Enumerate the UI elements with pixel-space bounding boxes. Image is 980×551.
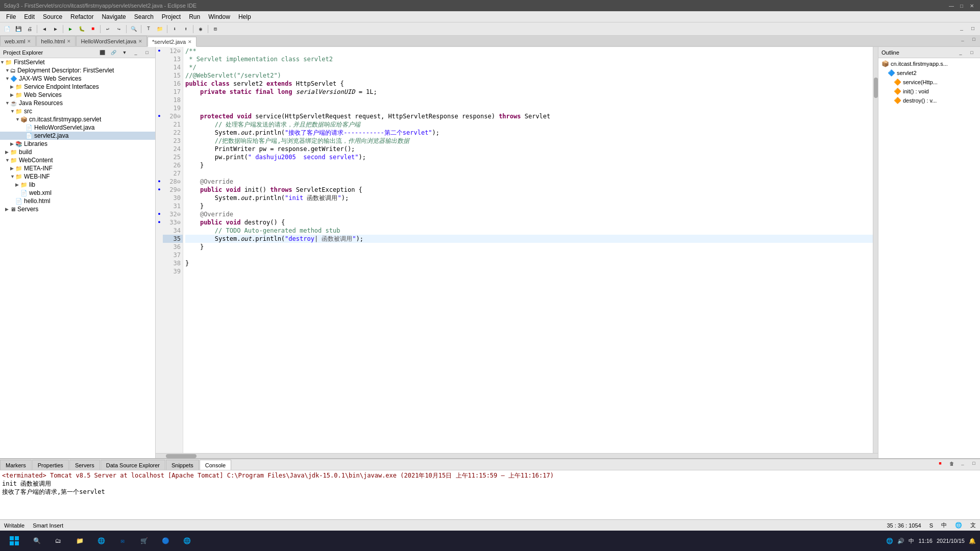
stop-button[interactable]: ■ — [88, 24, 98, 34]
maximize-explorer-button[interactable]: □ — [142, 47, 152, 58]
taskbar-explorer[interactable]: 📁 — [69, 531, 90, 551]
next-annotation-button[interactable]: ⬇ — [169, 24, 180, 34]
tree-webxml[interactable]: 📄 web.xml — [0, 189, 155, 197]
run-button[interactable]: ▶ — [65, 24, 76, 34]
undo-button[interactable]: ↩ — [103, 24, 113, 34]
console-clear-button[interactable]: 🗑 — [946, 459, 957, 469]
tab-hellowordservlet[interactable]: HelloWordServlet.java ✕ — [76, 36, 147, 46]
outline-service-method[interactable]: 🔶 service(Http... — [879, 78, 979, 87]
tab-properties[interactable]: Properties — [32, 460, 69, 470]
search-icon[interactable]: 🔍 — [129, 24, 139, 34]
tree-build[interactable]: ▶ 📁 build — [0, 148, 155, 156]
back-button[interactable]: ◀ — [39, 24, 50, 34]
open-resource-button[interactable]: 📁 — [155, 24, 165, 34]
taskbar-chrome[interactable]: 🌐 — [177, 531, 197, 551]
maximize-view-button[interactable]: □ — [968, 24, 978, 34]
minimize-explorer-button[interactable]: _ — [131, 47, 141, 58]
tree-sei[interactable]: ▶ 📁 Service Endpoint Interfaces — [0, 83, 155, 91]
taskbar-browser-edge[interactable]: 🌐 — [91, 531, 111, 551]
menu-help[interactable]: Help — [234, 12, 255, 21]
view-menu-button[interactable]: ▼ — [119, 47, 130, 58]
menu-file[interactable]: File — [2, 12, 20, 21]
menu-edit[interactable]: Edit — [20, 12, 39, 21]
expand-firstservlet-arrow[interactable]: ▼ — [0, 60, 5, 65]
tree-webcontent[interactable]: ▼ 📁 WebContent — [0, 156, 155, 164]
tab-minimize-button[interactable]: _ — [958, 35, 968, 45]
print-button[interactable]: 🖨 — [24, 24, 35, 34]
tree-java-resources[interactable]: ▼ ☕ Java Resources — [0, 99, 155, 107]
forward-button[interactable]: ▶ — [51, 24, 61, 34]
collapse-all-button[interactable]: ⬛ — [97, 47, 107, 58]
tree-servlet2[interactable]: 📄 servlet2.java — [0, 132, 155, 140]
taskbar-taskview[interactable]: 🗂 — [48, 531, 68, 551]
outline-destroy-method[interactable]: 🔶 destroy() : v... — [879, 96, 979, 105]
taskbar-mail[interactable]: ✉ — [112, 531, 133, 551]
start-button[interactable] — [4, 531, 24, 551]
editor-scrollbar-v[interactable] — [873, 47, 878, 453]
tab-snippets[interactable]: Snippets — [166, 460, 199, 470]
open-type-button[interactable]: T — [143, 24, 154, 34]
expand-jr-arrow[interactable]: ▼ — [5, 101, 10, 106]
console-maximize-button[interactable]: □ — [969, 459, 979, 469]
tab-webxml-close[interactable]: ✕ — [27, 39, 31, 44]
tree-helloword[interactable]: 📄 HelloWordServlet.java — [0, 123, 155, 132]
toggle-breakpoint-button[interactable]: ◉ — [195, 24, 206, 34]
close-button[interactable]: ✕ — [968, 2, 976, 10]
code-area[interactable]: ● ● ● ● ● ● — [156, 47, 878, 453]
taskbar-store[interactable]: 🛒 — [134, 531, 154, 551]
expand-ws-arrow[interactable]: ▶ — [10, 92, 15, 97]
taskbar-eclipse[interactable]: 🔵 — [155, 531, 176, 551]
minimize-button[interactable]: — — [947, 2, 955, 10]
expand-jaxws-arrow[interactable]: ▼ — [5, 76, 10, 81]
tree-jaxws[interactable]: ▼ 🔷 JAX-WS Web Services — [0, 74, 155, 83]
prev-annotation-button[interactable]: ⬆ — [181, 24, 191, 34]
tree-firstservlet[interactable]: ▼ 📁 FirstServlet — [0, 58, 155, 66]
menu-navigate[interactable]: Navigate — [97, 12, 130, 21]
tree-hellohtml[interactable]: 📄 hello.html — [0, 197, 155, 205]
new-button[interactable]: 📄 — [2, 24, 12, 34]
tree-src[interactable]: ▼ 📁 src — [0, 107, 155, 115]
tab-servlet2[interactable]: *servlet2.java ✕ — [148, 37, 197, 47]
expand-src-arrow[interactable]: ▼ — [10, 109, 15, 114]
taskbar-notification[interactable]: 🔔 — [969, 538, 976, 544]
menu-run[interactable]: Run — [185, 12, 204, 21]
save-button[interactable]: 💾 — [13, 24, 23, 34]
maximize-button[interactable]: □ — [958, 2, 966, 10]
tree-package[interactable]: ▼ 📦 cn.itcast.firstmyapp.servlet — [0, 115, 155, 123]
outline-servlet2-class[interactable]: 🔷 servlet2 — [879, 68, 979, 78]
expand-lib-arrow[interactable]: ▶ — [10, 141, 15, 146]
outline-package[interactable]: 📦 cn.itcast.firstmyapp.s... — [879, 59, 979, 68]
expand-webinf-arrow[interactable]: ▼ — [10, 174, 15, 179]
menu-source[interactable]: Source — [39, 12, 66, 21]
expand-metainf-arrow[interactable]: ▶ — [10, 166, 15, 171]
menu-project[interactable]: Project — [158, 12, 185, 21]
tab-maximize-button[interactable]: □ — [969, 35, 979, 45]
menu-refactor[interactable]: Refactor — [66, 12, 97, 21]
expand-servers-arrow[interactable]: ▶ — [5, 207, 10, 212]
console-stop-button[interactable]: ■ — [935, 459, 945, 469]
tree-deployment-descriptor[interactable]: ▼ 🗂 Deployment Descriptor: FirstServlet — [0, 66, 155, 74]
tab-hellohtml[interactable]: hello.html ✕ — [36, 36, 76, 46]
tab-markers[interactable]: Markers — [0, 460, 32, 470]
expand-wc-arrow[interactable]: ▼ — [5, 158, 10, 163]
tree-webservices[interactable]: ▶ 📁 Web Services — [0, 91, 155, 99]
tab-hellohtml-close[interactable]: ✕ — [67, 39, 71, 44]
tab-webxml[interactable]: web.xml ✕ — [0, 36, 36, 46]
tree-webinf[interactable]: ▼ 📁 WEB-INF — [0, 172, 155, 181]
tree-metainf[interactable]: ▶ 📁 META-INF — [0, 164, 155, 172]
expand-sei-arrow[interactable]: ▶ — [10, 84, 15, 89]
outline-maximize-button[interactable]: □ — [967, 47, 977, 58]
expand-dd-arrow[interactable]: ▼ — [5, 68, 10, 73]
editor-scrollbar-h[interactable] — [156, 453, 878, 458]
expand-build-arrow[interactable]: ▶ — [5, 149, 10, 155]
tab-servers[interactable]: Servers — [69, 460, 100, 470]
menu-search[interactable]: Search — [130, 12, 158, 21]
redo-button[interactable]: ↪ — [114, 24, 124, 34]
minimize-view-button[interactable]: _ — [957, 24, 967, 34]
tab-console[interactable]: Console — [200, 460, 231, 470]
menu-window[interactable]: Window — [204, 12, 234, 21]
code-content[interactable]: /** * Servlet implementation class servl… — [183, 47, 873, 453]
debug-button[interactable]: 🐛 — [77, 24, 87, 34]
tab-servlet2-close[interactable]: ✕ — [188, 39, 192, 44]
outline-init-method[interactable]: 🔶 init() : void — [879, 87, 979, 96]
